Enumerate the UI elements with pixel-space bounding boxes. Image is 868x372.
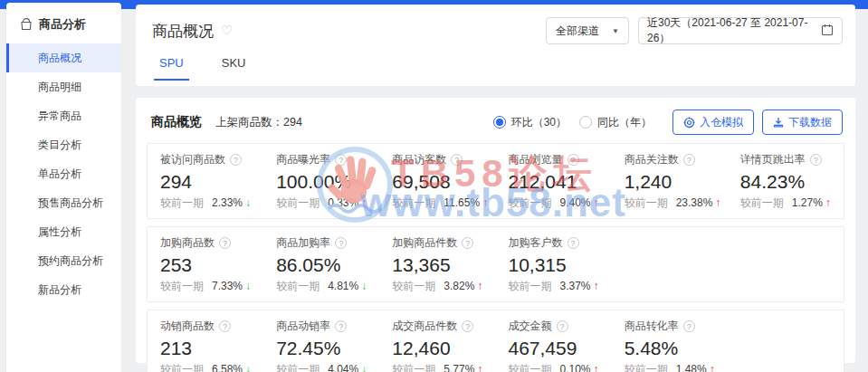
sidebar-item[interactable]: 商品概况 xyxy=(6,43,121,72)
page-header-card: 商品概况 ♡ 全部渠道 ▼ 近30天（2021-06-27 至 2021-07-… xyxy=(136,5,855,86)
download-data-button[interactable]: 下载数据 xyxy=(762,110,843,135)
help-icon[interactable]: ? xyxy=(557,320,568,332)
change-percent: 1.27% xyxy=(792,196,823,209)
sidebar-item[interactable]: 预售商品分析 xyxy=(6,188,121,217)
sidebar-item-label: 预售商品分析 xyxy=(38,196,103,211)
trend-arrow-icon: ↑ xyxy=(710,363,715,372)
sidebar-item[interactable]: 类目分析 xyxy=(6,130,121,159)
sidebar-item[interactable]: 异常商品 xyxy=(6,101,121,130)
date-range-picker[interactable]: 近30天（2021-06-27 至 2021-07-26） xyxy=(638,17,843,44)
radio-dot xyxy=(579,116,592,129)
help-icon[interactable]: ? xyxy=(568,154,579,166)
sidebar-menu: 商品概况商品明细异常商品类目分析单品分析预售商品分析属性分析预约商品分析新品分析 xyxy=(6,43,121,304)
metric-value: 72.45% xyxy=(276,338,379,359)
metric-change: 较前一期0.10%↑ xyxy=(509,362,612,372)
sidebar-item[interactable]: 新品分析 xyxy=(6,275,121,304)
spu-sku-tabs: SPU SKU xyxy=(136,56,855,81)
metric-card: 商品关注数 ? 1,240 较前一期23.38%↑ xyxy=(612,152,728,211)
warehouse-sim-button[interactable]: 入仓模拟 xyxy=(672,110,754,135)
metric-value: 5.48% xyxy=(625,338,728,359)
metric-card: 加购商品件数 ? 13,365 较前一期3.82%↑ xyxy=(379,235,495,294)
help-icon[interactable]: ? xyxy=(335,237,347,249)
sidebar-item[interactable]: 商品明细 xyxy=(6,72,121,101)
help-icon[interactable]: ? xyxy=(335,154,347,166)
metric-label: 动销商品数 xyxy=(160,319,215,334)
change-percent: 9.40% xyxy=(560,196,591,209)
channel-select[interactable]: 全部渠道 ▼ xyxy=(546,17,629,44)
trend-arrow-icon: ↓ xyxy=(245,280,251,292)
tab-spu[interactable]: SPU xyxy=(154,56,189,81)
help-icon[interactable]: ? xyxy=(451,154,463,166)
metric-label: 商品访客数 xyxy=(392,152,446,167)
sidebar-item[interactable]: 预约商品分析 xyxy=(6,246,121,275)
warehouse-sim-icon xyxy=(683,117,695,129)
sidebar-item[interactable]: 属性分析 xyxy=(6,217,121,246)
trend-arrow-icon: ↑ xyxy=(715,196,720,209)
change-percent: 5.77% xyxy=(444,363,474,372)
change-percent: 11.65% xyxy=(444,196,480,209)
metric-card: 加购客户数 ? 10,315 较前一期3.37%↑ xyxy=(496,235,612,294)
compare-label: 较前一期 xyxy=(740,196,784,209)
sidebar-title: 商品分析 xyxy=(39,16,86,33)
app-window: 商品分析 商品概况商品明细异常商品类目分析单品分析预售商品分析属性分析预约商品分… xyxy=(0,0,868,372)
product-bag-icon xyxy=(20,18,33,31)
metric-value: 69,508 xyxy=(392,171,495,193)
help-icon[interactable]: ? xyxy=(335,320,347,332)
help-icon[interactable]: ? xyxy=(683,154,695,166)
favorite-heart-icon[interactable]: ♡ xyxy=(221,23,233,39)
sidebar-item-label: 单品分析 xyxy=(38,167,81,182)
help-icon[interactable]: ? xyxy=(462,237,473,249)
tab-sku[interactable]: SKU xyxy=(216,56,252,81)
metric-label: 成交金额 xyxy=(509,319,552,334)
help-icon[interactable]: ? xyxy=(462,320,473,332)
help-icon[interactable]: ? xyxy=(219,237,231,249)
sidebar: 商品分析 商品概况商品明细异常商品类目分析单品分析预售商品分析属性分析预约商品分… xyxy=(6,3,121,372)
metric-label: 详情页跳出率 xyxy=(740,152,806,167)
compare-label: 较前一期 xyxy=(509,363,552,372)
metric-value: 253 xyxy=(160,254,263,276)
help-icon[interactable]: ? xyxy=(683,320,695,332)
help-icon[interactable]: ? xyxy=(230,154,242,166)
metric-change: 较前一期7.33%↓ xyxy=(160,279,263,294)
trend-arrow-icon: ↓ xyxy=(245,363,251,372)
help-icon[interactable]: ? xyxy=(219,320,231,332)
trend-arrow-icon: ↓ xyxy=(361,280,367,292)
metric-label: 加购商品数 xyxy=(160,235,215,251)
radio-mom-label: 环比（30） xyxy=(511,115,567,130)
metric-card: 商品动销率 ? 72.45% 较前一期4.04%↓ xyxy=(263,319,379,372)
radio-yoy[interactable]: 同比（年） xyxy=(579,115,652,130)
metric-label: 商品加购率 xyxy=(276,235,330,251)
metric-value: 10,315 xyxy=(509,254,612,276)
metric-label: 商品动销率 xyxy=(276,319,330,334)
sidebar-item-label: 属性分析 xyxy=(38,224,81,240)
trend-arrow-icon: ↑ xyxy=(477,280,482,292)
channel-select-value: 全部渠道 xyxy=(556,24,599,39)
change-percent: 0.33% xyxy=(328,196,358,209)
metric-value: 467,459 xyxy=(509,338,612,359)
metric-card: 商品访客数 ? 69,508 较前一期11.65%↑ xyxy=(379,152,495,211)
sidebar-item-label: 预约商品分析 xyxy=(38,253,103,269)
compare-label: 较前一期 xyxy=(160,363,204,372)
caret-down-icon: ▼ xyxy=(612,27,619,35)
download-data-label: 下载数据 xyxy=(788,115,832,130)
metric-card: 商品浏览量 ? 212,041 较前一期9.40%↑ xyxy=(496,152,612,211)
sidebar-item-label: 新品分析 xyxy=(38,282,81,298)
metric-change: 较前一期4.04%↓ xyxy=(276,362,379,372)
sidebar-header: 商品分析 xyxy=(6,3,121,43)
metric-label: 加购客户数 xyxy=(509,235,563,251)
metric-change: 较前一期5.77%↑ xyxy=(392,362,495,372)
trend-arrow-icon: ↑ xyxy=(594,196,599,209)
compare-label: 较前一期 xyxy=(392,363,435,372)
metric-label: 商品转化率 xyxy=(625,319,679,334)
sidebar-item[interactable]: 单品分析 xyxy=(6,159,121,188)
help-icon[interactable]: ? xyxy=(568,237,579,249)
metric-change: 较前一期9.40%↑ xyxy=(509,196,612,211)
compare-label: 较前一期 xyxy=(276,363,320,372)
radio-mom[interactable]: 环比（30） xyxy=(493,115,567,130)
metric-card: 成交商品件数 ? 12,460 较前一期5.77%↑ xyxy=(379,319,495,372)
sidebar-item-label: 商品概况 xyxy=(38,51,81,66)
change-percent: 4.81% xyxy=(328,280,358,292)
download-icon xyxy=(773,117,784,128)
metrics-row-2: 加购商品数 ? 253 较前一期7.33%↓ 商品加购率 ? 86.05% 较前… xyxy=(147,226,844,302)
help-icon[interactable]: ? xyxy=(810,154,822,166)
